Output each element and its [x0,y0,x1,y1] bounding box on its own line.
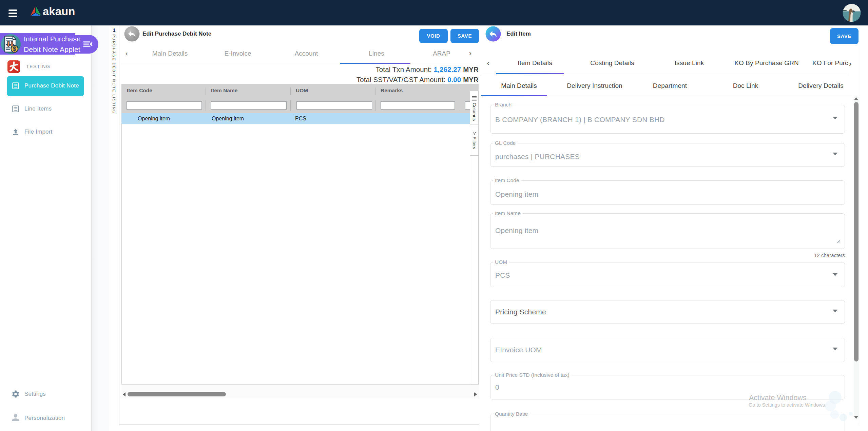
svg-text:$: $ [13,45,16,52]
